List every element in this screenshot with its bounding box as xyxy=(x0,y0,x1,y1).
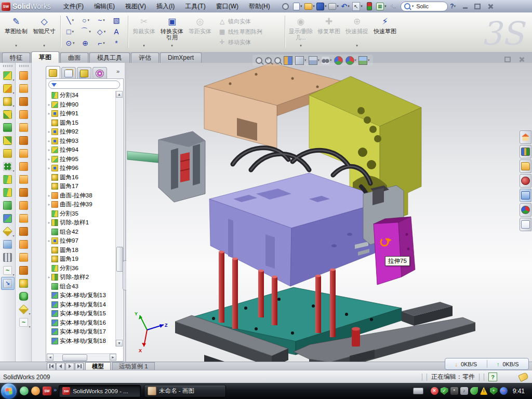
select-region-tool[interactable]: ▧ xyxy=(109,15,125,26)
panel-tab[interactable] xyxy=(46,66,60,79)
feature-tree-item[interactable]: 实体-移动/复制13 xyxy=(47,291,116,300)
graphics-area[interactable]: Y Z X 拉伸75 xyxy=(126,63,532,362)
toolbar-button[interactable] xyxy=(17,264,31,277)
panel-tab[interactable] xyxy=(77,67,91,79)
offset-entities-button[interactable]: ◎等距实体 xyxy=(186,14,214,49)
view-tool-button[interactable]: ▾ xyxy=(309,56,320,65)
options-list-button[interactable]: ▦▾ xyxy=(376,2,387,11)
feature-tree-item[interactable]: 实体-移动/复制17 xyxy=(47,327,116,337)
toolbar-button[interactable]: ▾ xyxy=(1,225,15,238)
feature-tree-item[interactable]: 圆角15 xyxy=(47,118,116,128)
spline-tool[interactable]: ~▾ xyxy=(94,15,109,26)
help-button[interactable]: ? xyxy=(450,3,454,10)
model-tab[interactable]: 模型 xyxy=(85,362,111,370)
toolbar-button[interactable] xyxy=(17,134,31,147)
toolbar-button[interactable] xyxy=(17,290,31,303)
smart-dimension-button[interactable]: ◇智能尺寸▾ xyxy=(30,14,58,49)
taskbar-task-button[interactable]: SWSolidWorks 2009 - ... xyxy=(59,385,141,397)
menu-item[interactable]: 视图(V) xyxy=(120,1,151,12)
close-button[interactable] xyxy=(485,2,495,10)
expand-arrow-icon[interactable]: ▸ xyxy=(47,193,51,198)
expand-arrow-icon[interactable]: ▸ xyxy=(47,139,51,143)
toolbar-button[interactable] xyxy=(17,251,31,264)
feature-tree-item[interactable]: ▸拉伸97 xyxy=(47,236,116,246)
panel-tab[interactable] xyxy=(92,67,107,79)
feature-tree-item[interactable]: ▸拉伸95 xyxy=(47,155,116,164)
undo-button[interactable]: ↶▾ xyxy=(340,2,351,11)
feature-tree-item[interactable]: ▸切除-放样2 xyxy=(47,273,116,282)
tree-horizontal-scrollbar[interactable]: ◄ ► xyxy=(47,353,116,361)
feature-tree-item[interactable]: 圆角17 xyxy=(47,182,116,191)
toolbar-button[interactable] xyxy=(17,173,31,186)
panel-tab[interactable] xyxy=(61,67,76,79)
toolbar-button[interactable] xyxy=(17,95,31,108)
rectangle-tool[interactable]: □▾ xyxy=(62,26,78,37)
toolbar-button[interactable] xyxy=(17,225,31,238)
task-pane-button[interactable] xyxy=(520,145,531,158)
pin-toolbar-button[interactable] xyxy=(281,2,291,11)
mirror-entities-button[interactable]: △镜向实体 xyxy=(218,17,251,26)
ellipse-tool[interactable]: ◇▾ xyxy=(94,26,109,37)
task-pane-button[interactable] xyxy=(520,159,531,173)
toolbar-button[interactable] xyxy=(1,238,15,251)
view-tool-button[interactable]: ▾ xyxy=(295,56,307,65)
tab-nav-next-icon[interactable] xyxy=(65,363,74,370)
antivirus-tray-icon[interactable]: ✕ xyxy=(431,387,438,395)
feature-tree-item[interactable]: 圆角18 xyxy=(47,246,116,255)
launch-media-icon[interactable] xyxy=(31,387,40,395)
toolbar-button[interactable]: ▾ xyxy=(17,303,31,316)
toolbar-button[interactable] xyxy=(1,212,15,225)
view-tool-button[interactable] xyxy=(265,57,272,64)
line-tool[interactable]: ╲▾ xyxy=(62,15,78,26)
toolbar-button[interactable]: ↘ xyxy=(1,277,15,290)
tag-icon[interactable] xyxy=(518,372,529,382)
sketch-fillet-tool[interactable]: ⌐▾ xyxy=(94,37,109,49)
tree-vertical-scrollbar[interactable]: ▲ ▼ xyxy=(115,91,123,347)
panel-more-chevron[interactable]: » xyxy=(116,68,119,74)
expand-arrow-icon[interactable]: ▸ xyxy=(47,157,51,162)
feature-tree-item[interactable]: ▸拉伸94 xyxy=(47,145,116,155)
toolbar-button[interactable] xyxy=(1,199,15,212)
feature-tree-item[interactable]: ▸曲面-拉伸38 xyxy=(47,191,116,201)
slot-tool[interactable]: ⊙▾ xyxy=(62,37,78,49)
toolbar-button[interactable] xyxy=(17,212,31,225)
expand-arrow-icon[interactable]: ▸ xyxy=(47,129,51,134)
convert-entities-button[interactable]: ▣转换实体引用▾ xyxy=(158,14,186,49)
linear-sketch-pattern-button[interactable]: ▦线性草图阵列▾ xyxy=(218,27,262,36)
model-gray-clamp[interactable] xyxy=(158,131,205,202)
toolbar-grip[interactable] xyxy=(19,65,29,67)
menu-item[interactable]: 窗口(W) xyxy=(211,1,244,12)
view-tool-button[interactable] xyxy=(334,56,343,65)
tab-mold-tools[interactable]: 模具工具 xyxy=(89,52,130,63)
tab-nav-prev-icon[interactable] xyxy=(56,363,65,370)
toolbar-button[interactable] xyxy=(1,186,15,199)
security-center-tray-icon[interactable]: + xyxy=(490,387,498,395)
save-button[interactable]: ▾ xyxy=(316,2,327,11)
text-tool[interactable]: A xyxy=(109,26,125,37)
sync-tray-icon[interactable]: − xyxy=(500,387,508,395)
more-tools-button[interactable]: ⁖.. xyxy=(388,2,398,11)
volume-tray-icon[interactable]: ♪ xyxy=(460,387,468,395)
feature-tree-item[interactable]: ▸拉伸92 xyxy=(47,127,116,137)
display-delete-relations-button[interactable]: ◉显示/删除几...▾ xyxy=(287,14,315,49)
start-button[interactable] xyxy=(1,383,17,399)
feature-tree-item[interactable]: ▸拉伸91 xyxy=(47,109,116,118)
menu-item[interactable]: 文件(F) xyxy=(58,1,89,12)
print-button[interactable]: ▾ xyxy=(328,2,339,11)
scroll-left-icon[interactable]: ◄ xyxy=(47,354,54,361)
feature-tree-item[interactable]: ▸曲面-拉伸39 xyxy=(47,200,116,209)
view-tool-button[interactable] xyxy=(256,57,263,64)
rapid-sketch-button[interactable]: ⚡快速草图 xyxy=(371,14,399,49)
toolbar-button[interactable]: ▾ xyxy=(1,160,15,173)
sketch-button[interactable]: ✎草图绘制▾ xyxy=(2,14,30,49)
interference-check-button[interactable] xyxy=(364,2,375,11)
scroll-right-icon[interactable]: ► xyxy=(110,354,116,361)
open-file-button[interactable]: ▾ xyxy=(304,2,315,11)
menu-item[interactable]: 插入(I) xyxy=(151,1,180,12)
feature-tree-item[interactable]: 组合42 xyxy=(47,228,116,237)
warning-tray-icon[interactable]: ! xyxy=(480,387,488,395)
feature-tree-item[interactable]: 组合43 xyxy=(47,282,116,291)
toolbar-button[interactable] xyxy=(1,121,15,134)
toolbar-button[interactable] xyxy=(1,147,15,160)
move-entities-button[interactable]: ✛移动实体▾ xyxy=(218,37,251,47)
